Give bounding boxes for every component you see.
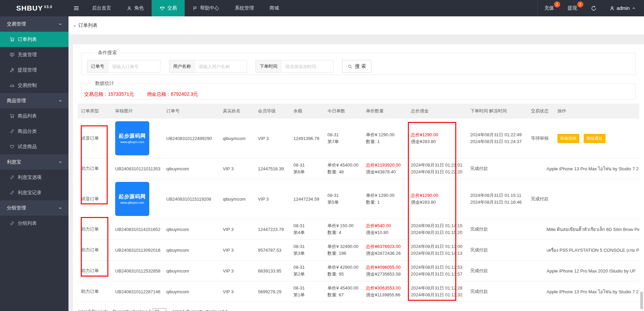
product-name: เครื่อง PS5 PLAYSTATION 5 CONSOLE (เกม P… (527, 240, 639, 261)
order-no-input[interactable] (108, 60, 160, 73)
refresh-icon (591, 5, 597, 11)
sidebar-item-order-list[interactable]: 订单列表 (0, 32, 68, 47)
order-table: 订单类型 审核图片 订单号 真实姓名 会员等级 余额 今日单数 单价数量 总价佣… (78, 104, 639, 302)
sidebar-item-recharge-mgmt[interactable]: 充值管理 (0, 47, 68, 62)
audit-approve-button[interactable]: 审核通过 (584, 134, 605, 143)
stats-panel: 数据统计 交易总额：15733571元 佣金总额：6792402.3元 (81, 80, 636, 99)
table-row: 助力订单 UB2408310113092016 qibuymcom VIP 3 … (78, 240, 639, 261)
table-row: 助力订单 UB2408310112532858 qibuymcom VIP 3 … (78, 261, 639, 281)
order-no: UB2408310121011353 (112, 158, 163, 179)
col-order-type: 订单类型 (78, 104, 112, 119)
audit-reject-button[interactable]: 审核拒绝 (557, 134, 579, 143)
sidebar-item-goods-category[interactable]: 商品分类 (0, 124, 68, 139)
refresh-button[interactable] (584, 0, 603, 16)
audit-image[interactable]: 起步源码网 www.qibuym.com (115, 121, 149, 155)
scrollbar-thumb[interactable] (640, 292, 643, 309)
price-qty: 单价¥ 45400.00数量: 67 (324, 281, 363, 302)
sidebar-item-label: 订单列表 (18, 36, 37, 43)
page-size-select[interactable]: 20 ▼ (153, 308, 166, 311)
nav-item-trade[interactable]: 交易 (152, 0, 185, 16)
heart-icon (10, 144, 15, 149)
link-icon (10, 221, 15, 226)
sidebar-item-lixibao-records[interactable]: 利息宝记录 (0, 185, 68, 200)
nav-item-dashboard[interactable]: 后台首页 (84, 0, 119, 16)
today-orders: 08-31第1单 (290, 281, 324, 302)
col-today-orders: 今日单数 (324, 104, 363, 119)
sidebar-group-label: 分组管理 (7, 205, 58, 211)
nav-item-label: 后台首页 (92, 5, 111, 11)
sidebar-item-withdraw-mgmt[interactable]: 提现管理 (0, 62, 68, 78)
sidebar-item-goods-list[interactable]: 商品列表 (0, 108, 68, 124)
col-times: 下单时间 解冻时间 (467, 104, 527, 119)
sidebar-item-label: 利息宝选项 (18, 174, 42, 181)
search-button[interactable]: 搜 索 (342, 60, 371, 73)
content-area: 条件搜索 订单号 用户名称 下单时间 (73, 44, 644, 311)
actions-cell: 审核拒绝 审核通过 (554, 119, 639, 158)
audit-image-cell: 起步源码网 www.qibuym.com (112, 179, 163, 219)
order-no: UB2408310112287146 (112, 281, 163, 302)
link-icon (10, 190, 15, 195)
trade-status: 完成付款 (467, 261, 527, 281)
order-time-input[interactable] (281, 60, 333, 73)
product-name: Apple iPhone 13 Pro Max ไอโฟน by Studio … (527, 158, 639, 179)
sidebar-group-trade[interactable]: 交易管理 (0, 16, 68, 32)
nav-item-label: 角色 (134, 5, 144, 11)
gavel-icon (10, 67, 15, 73)
table-row: 助力订单 UB2408310112287146 qibuymcom VIP 3 … (78, 281, 639, 302)
search-panel-legend: 条件搜索 (94, 50, 120, 56)
real-name: qibuymcom (219, 119, 255, 158)
order-type: 助力订单 (78, 281, 112, 302)
sidebar-item-group-list[interactable]: 分组列表 (0, 216, 68, 231)
today-orders: 08-31第6单 (290, 158, 324, 179)
nav-item-mall[interactable]: 商城 (262, 0, 287, 16)
recharge-button[interactable]: 充值 2 (537, 0, 561, 16)
sidebar-item-trade-control[interactable]: 交易控制 (0, 78, 68, 93)
breadcrumb: » 订单列表 (68, 16, 644, 34)
withdraw-button[interactable]: 提现 2 (561, 0, 584, 16)
order-no: UB2408310114151652 (112, 219, 163, 240)
hamburger-icon[interactable] (68, 0, 84, 16)
sidebar-item-lixibao-options[interactable]: 利息宝选项 (0, 170, 68, 185)
col-balance: 余额 (290, 104, 324, 119)
product-name: Mille ดินสอเขียนคิ้วหัวเรียวเล็ก 6D Slim… (527, 219, 639, 240)
nav-item-help[interactable]: 帮助中心 (185, 0, 227, 16)
trade-status: 完成付款 (527, 179, 554, 219)
price-qty: 单价¥ 150.00数量: 4 (324, 219, 363, 240)
total-commission: 总价¥2193920.00佣金¥43878.40 (363, 158, 408, 179)
product-name: Apple iPhone 13 Pro Max ไอโฟน by Studio … (527, 281, 639, 302)
order-times: 2024年08月31日 01:21:012024年08月31日 01:22:20 (408, 158, 467, 179)
audit-image[interactable]: 起步源码网 www.qibuym.com (115, 182, 149, 216)
sidebar-group-lixibao[interactable]: 利息宝 (0, 154, 68, 170)
sidebar-item-label: 分组列表 (18, 220, 37, 227)
sidebar-item-audition-goods[interactable]: 试音商品 (0, 139, 68, 154)
order-no-field-label: 订单号 (87, 60, 108, 73)
app-logo: SHBUYV3.0 (0, 0, 68, 16)
actions-cell (554, 179, 639, 219)
user-name-input[interactable] (195, 60, 247, 73)
member-level: VIP 3 (219, 158, 255, 179)
order-type: 助力订单 (78, 240, 112, 261)
balance: 6839133.95 (255, 261, 290, 281)
search-icon (348, 64, 353, 69)
member-level: VIP 3 (219, 281, 255, 302)
total-commission: 总价¥4096055.00佣金¥2735653.58 (363, 261, 408, 281)
col-real-name: 真实姓名 (219, 104, 255, 119)
order-type: 助力订单 (78, 219, 112, 240)
today-orders: 08-31第3单 (290, 240, 324, 261)
admin-menu[interactable]: admin (603, 0, 644, 16)
nav-item-roles[interactable]: 角色 (119, 0, 152, 16)
col-audit-image: 审核图片 (112, 104, 163, 119)
user-name-field-group: 用户名称 (169, 60, 247, 73)
product-name: Apple iPhone 12 Pro Max 2020 iStudio by … (527, 261, 639, 281)
sidebar-item-label: 试音商品 (18, 144, 37, 150)
member-level: VIP 3 (219, 261, 255, 281)
price-qty: 单价¥ 1290.00数量: 1 (363, 179, 408, 219)
nav-item-system[interactable]: 系统管理 (227, 0, 262, 16)
col-actions: 操作 (554, 104, 639, 119)
sidebar-group-goods[interactable]: 商品管理 (0, 93, 68, 108)
flag-icon (193, 6, 198, 11)
navbar-right: 充值 2 提现 2 admin (537, 0, 644, 16)
page-size-value: 20 (155, 309, 159, 311)
price-qty: 单价¥ 32490.00数量: 196 (324, 240, 363, 261)
sidebar-group-groups[interactable]: 分组管理 (0, 200, 68, 216)
